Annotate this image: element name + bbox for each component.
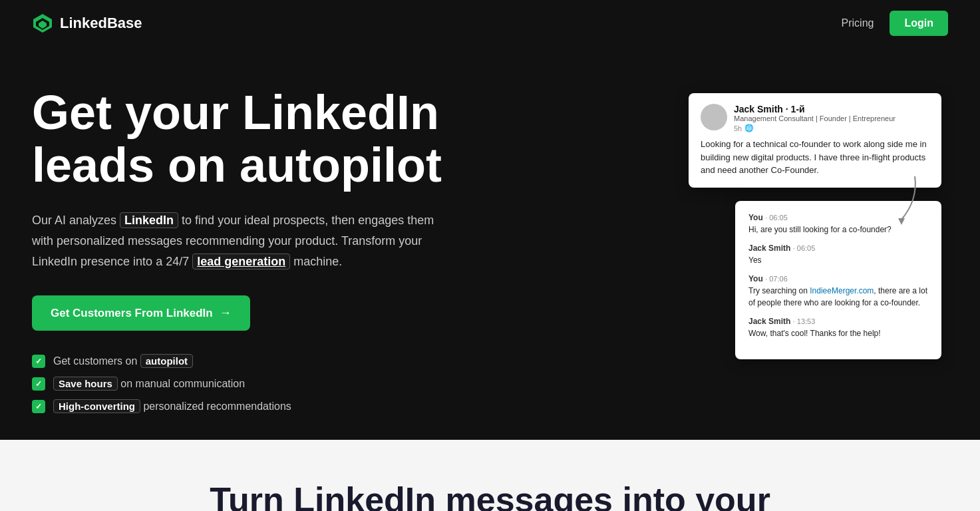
highlight-autopilot: autopilot <box>140 354 193 368</box>
msg-text-3: Try searching on IndieeMerger.com, there… <box>748 285 928 309</box>
hero-desc-end: machine. <box>290 255 342 268</box>
msg-sender-3: You · 07:06 <box>748 274 928 283</box>
list-item: Get customers on autopilot <box>32 355 498 368</box>
cta-button[interactable]: Get Customers From LinkedIn → <box>32 295 250 331</box>
checkbox-savehours <box>32 377 45 391</box>
post-body: Looking for a technical co-founder to wo… <box>701 138 929 177</box>
chat-message-3: You · 07:06 Try searching on IndieeMerge… <box>748 274 928 309</box>
highlight-savehours: Save hours <box>53 377 118 391</box>
checkbox-autopilot <box>32 355 45 368</box>
checkbox-highconverting <box>32 400 45 413</box>
hero-title-line2: leads on autopilot <box>32 138 442 192</box>
msg-text-2: Yes <box>748 254 928 266</box>
connector-arrow-icon <box>882 173 921 226</box>
bottom-title: Turn LinkedIn messages into your top sal… <box>191 480 790 511</box>
hero-section: Get your LinkedIn leads on autopilot Our… <box>0 47 980 440</box>
linkedin-highlight: LinkedIn <box>120 212 178 228</box>
post-avatar <box>701 104 727 130</box>
cta-label: Get Customers From LinkedIn <box>51 307 213 320</box>
msg-sender-2: Jack Smith · 06:05 <box>748 244 928 253</box>
hero-title: Get your LinkedIn leads on autopilot <box>32 86 498 192</box>
list-item: High-converting personalized recommendat… <box>32 400 498 413</box>
cta-arrow-icon: → <box>220 306 232 320</box>
msg-text-4: Wow, that's cool! Thanks for the help! <box>748 327 928 339</box>
svg-marker-3 <box>898 218 905 225</box>
chat-message-4: Jack Smith · 13:53 Wow, that's cool! Tha… <box>748 317 928 339</box>
login-button[interactable]: Login <box>890 11 948 36</box>
hero-title-line1: Get your LinkedIn <box>32 86 439 139</box>
hero-left: Get your LinkedIn leads on autopilot Our… <box>32 86 498 413</box>
msg-sender-4: Jack Smith · 13:53 <box>748 317 928 326</box>
chat-message-2: Jack Smith · 06:05 Yes <box>748 244 928 266</box>
pricing-link[interactable]: Pricing <box>842 17 874 29</box>
post-time: 5h 🌐 <box>734 124 929 132</box>
post-meta: Jack Smith · 1-й Management Consultant |… <box>734 104 929 132</box>
post-header: Jack Smith · 1-й Management Consultant |… <box>701 104 929 132</box>
logo-icon <box>32 13 53 34</box>
hero-desc-pre: Our AI analyzes <box>32 214 120 227</box>
logo: LinkedBase <box>32 13 142 34</box>
hero-right: Jack Smith · 1-й Management Consultant |… <box>669 93 948 359</box>
brand-name: LinkedBase <box>60 15 142 32</box>
leadgen-highlight: lead generation <box>192 254 290 269</box>
hero-description: Our AI analyzes LinkedIn to find your id… <box>32 210 444 271</box>
post-author-name: Jack Smith · 1-й <box>734 104 929 114</box>
bottom-section: Turn LinkedIn messages into your top sal… <box>0 440 980 511</box>
navbar: LinkedBase Pricing Login <box>0 0 980 47</box>
list-item: Save hours on manual communication <box>32 377 498 391</box>
highlight-highconverting: High-converting <box>53 399 140 413</box>
indiemerger-link[interactable]: IndieeMerger.com <box>810 286 874 295</box>
nav-right: Pricing Login <box>842 11 948 36</box>
checklist: Get customers on autopilot Save hours on… <box>32 355 498 413</box>
post-author-subtitle: Management Consultant | Founder | Entrep… <box>734 114 929 122</box>
